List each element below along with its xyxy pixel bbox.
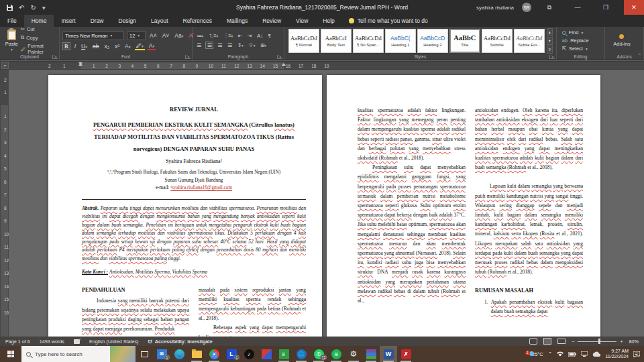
browser-globe-icon[interactable]: 🌐 <box>292 346 310 362</box>
style-body-text[interactable]: AaBbCcIBody Text <box>321 29 352 53</box>
font-dialog-launcher-icon[interactable]: ↘ <box>185 55 191 59</box>
highlight-color-icon[interactable]: 🖉▾ <box>135 42 145 50</box>
search-box-image[interactable] <box>110 346 136 362</box>
file-explorer-icon[interactable] <box>188 346 205 362</box>
borders-icon[interactable]: ⊞▾ <box>259 42 267 48</box>
save-icon[interactable] <box>7 5 13 11</box>
underline-button[interactable]: U▾ <box>80 43 89 50</box>
increase-indent-icon[interactable]: ⇥ <box>246 33 253 39</box>
clipboard-dialog-launcher-icon[interactable]: ↘ <box>52 55 58 59</box>
styles-scroll-up-icon[interactable]: ▲ <box>547 28 553 36</box>
replace-button[interactable]: abReplace <box>562 38 589 44</box>
style-heading-2[interactable]: AaBbCcDHeading 2 <box>417 29 448 53</box>
hidden-icons-chevron[interactable]: ⌃ <box>548 351 553 357</box>
strikethrough-icon[interactable]: ab <box>91 43 100 50</box>
customize-qat-icon[interactable]: ▾ <box>42 4 46 11</box>
text-effects-icon[interactable]: A▾ <box>123 43 131 50</box>
document-canvas[interactable]: 2112345678910111213141516 REVIEW JURNAL … <box>0 70 644 337</box>
add-ins-button[interactable]: Add-ins <box>608 29 635 52</box>
clock[interactable]: 9:27 AM 11/22/2024 <box>605 349 629 360</box>
word-app-icon[interactable]: W <box>380 346 397 362</box>
winrar-app-icon[interactable] <box>362 346 380 362</box>
print-layout-icon[interactable] <box>543 338 551 345</box>
copy-button[interactable]: ⧉Copy <box>21 34 56 41</box>
account-name[interactable]: syahira risdiana <box>476 5 514 11</box>
taskbar-search[interactable]: Type here to search <box>21 346 136 362</box>
format-painter-button[interactable]: 🖉Format Painter <box>21 43 56 55</box>
bullets-icon[interactable]: ≔▾ <box>195 33 205 39</box>
change-case-icon[interactable]: Aa▾ <box>173 32 184 39</box>
red-blue-app-icon[interactable] <box>258 346 275 362</box>
align-right-icon[interactable]: ☰ <box>216 42 223 48</box>
tab-design[interactable]: Design <box>111 15 144 27</box>
font-color-icon[interactable]: A▾ <box>148 42 156 50</box>
paste-dropdown-icon[interactable]: ▾ <box>11 48 13 52</box>
styles-scroll-down-icon[interactable]: ▼ <box>547 37 553 45</box>
close-button[interactable]: ✕ <box>624 0 644 15</box>
tab-insert[interactable]: Insert <box>54 15 83 27</box>
bold-button[interactable]: B <box>62 42 70 50</box>
horizontal-ruler[interactable]: 2112345678910111213141516171819 <box>9 62 644 69</box>
start-button[interactable] <box>0 346 21 362</box>
whatsapp-app-icon[interactable]: ✆73 <box>310 346 327 362</box>
onedrive-icon[interactable] <box>592 351 600 357</box>
chrome-app-icon[interactable] <box>205 346 223 362</box>
justify-icon[interactable]: ☰ <box>226 42 233 48</box>
select-button[interactable]: ⇱Select▾ <box>562 46 589 52</box>
superscript-icon[interactable]: x² <box>113 43 121 50</box>
settings-app-icon[interactable]: ⚙ <box>345 346 362 362</box>
cut-button[interactable]: ✂Cut <box>21 26 56 32</box>
spss-app-icon[interactable]: ⠿ <box>275 346 292 362</box>
avatar[interactable]: SR <box>522 3 531 12</box>
edge-app-icon[interactable] <box>170 346 188 362</box>
tab-mailings[interactable]: Mailings <box>219 15 255 27</box>
style-normal[interactable]: AaBbCcDd¶ Normal <box>288 29 319 53</box>
zoom-track[interactable] <box>578 341 616 342</box>
style-subtle-emphasis[interactable]: AaBbCcDdSubtle Em... <box>514 29 545 53</box>
action-center-icon[interactable] <box>633 351 640 357</box>
align-left-icon[interactable]: ☰ <box>195 42 203 48</box>
zoom-out-icon[interactable]: − <box>572 339 574 345</box>
hanging-indent-marker[interactable] <box>78 63 83 66</box>
battery-icon[interactable] <box>568 352 576 357</box>
align-center-icon[interactable]: ☰ <box>205 42 214 49</box>
page-2[interactable]: kualitas spermatozoa adalah faktor lingk… <box>327 75 600 337</box>
shading-icon[interactable]: 🜄▾ <box>247 42 256 48</box>
style-heading-1[interactable]: AaBbC(Heading 1 <box>385 29 416 53</box>
vertical-ruler[interactable]: 2112345678910111213141516 <box>0 70 9 337</box>
styles-dialog-launcher-icon[interactable]: ↘ <box>549 55 555 59</box>
find-button[interactable]: Find▾ <box>562 29 589 36</box>
word-count[interactable]: 1493 words <box>40 339 64 345</box>
web-layout-icon[interactable] <box>557 339 566 344</box>
tab-layout[interactable]: Layout <box>144 15 176 27</box>
wifi-icon[interactable] <box>557 351 564 357</box>
ribbon-display-options-icon[interactable]: ⧉ <box>539 0 559 15</box>
tab-file[interactable]: File <box>0 15 24 27</box>
paragraph-dialog-launcher-icon[interactable]: ↘ <box>277 55 282 59</box>
paste-button[interactable]: Paste ▾ <box>3 29 21 52</box>
style-no-spacing[interactable]: AaBbCcDd¶ No Spac... <box>353 29 384 53</box>
collapse-ribbon-icon[interactable]: ⌃ <box>637 53 641 58</box>
styles-more-icon[interactable]: ⊽ <box>547 46 553 54</box>
tab-home[interactable]: Home <box>24 15 54 27</box>
tab-selector-icon[interactable]: ⌐ <box>1 62 9 69</box>
sort-icon[interactable]: A↓ <box>256 33 264 39</box>
pdf-app-icon[interactable]: ✗ <box>397 346 415 362</box>
subscript-icon[interactable]: x₂ <box>103 43 111 50</box>
tab-view[interactable]: View <box>288 15 315 27</box>
line-spacing-icon[interactable]: ⇕▾ <box>236 42 244 48</box>
tab-help[interactable]: Help <box>315 15 341 27</box>
task-view-button[interactable] <box>136 346 153 362</box>
decrease-indent-icon[interactable]: ⇤ <box>237 33 244 39</box>
zoom-in-icon[interactable]: + <box>620 339 623 345</box>
accessibility-checker[interactable]: ☋Accessibility: Investigate <box>148 339 212 345</box>
spotify-app-icon[interactable]: ≋ <box>327 346 345 362</box>
redo-icon[interactable]: ↻ <box>30 4 36 11</box>
mail-app-icon[interactable]: ✉1 <box>153 346 170 362</box>
numbering-icon[interactable]: ⒈≡▾ <box>207 32 219 40</box>
undo-icon[interactable]: ↶ <box>19 4 24 11</box>
restore-button[interactable]: ❐ <box>596 0 616 15</box>
shrink-font-icon[interactable]: A˅ <box>161 32 171 39</box>
app-l-icon[interactable]: L1 <box>223 346 240 362</box>
display-device-icon[interactable] <box>581 351 588 357</box>
